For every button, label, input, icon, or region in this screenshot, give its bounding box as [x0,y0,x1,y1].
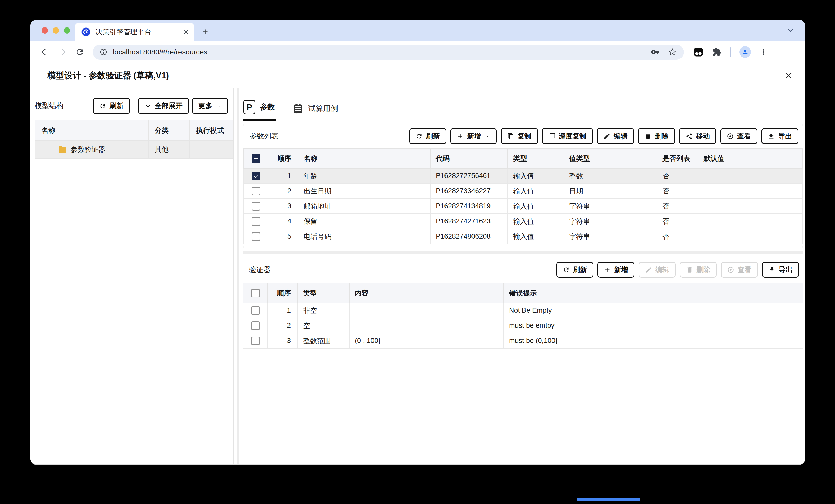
cell-name: 邮箱地址 [298,198,430,214]
delete-icon [686,266,693,273]
export-button[interactable]: 导出 [762,262,799,278]
cell-value-type: 字符串 [564,198,657,214]
view-icon [727,266,734,273]
tree-row[interactable]: 参数验证器其他 [35,141,233,159]
tab-test-cases[interactable]: 试算用例 [292,103,340,121]
cell-name: 电话号码 [298,229,430,244]
validators-select-all-checkbox[interactable] [251,289,260,297]
cell-name: 年龄 [298,168,430,184]
tree-node[interactable]: 参数验证器 [41,145,148,154]
cell-order: 3 [268,333,298,348]
button-label: 删除 [696,265,710,274]
refresh-button[interactable]: 刷新 [556,262,593,278]
column-header-mode: 执行模式 [190,120,233,141]
parameters-select-all-checkbox[interactable] [252,154,260,163]
site-info-icon[interactable] [100,48,107,56]
extension-app-icon[interactable] [693,47,704,57]
window-zoom-button[interactable] [64,27,70,34]
parameters-toolbar: 刷新新增复制深度复制编辑删除移动查看导出 [409,128,798,144]
cell-value-type: 整数 [564,168,657,184]
validator-row[interactable]: 2空must be emtpy [243,318,803,333]
cell-order: 2 [268,318,298,333]
address-bar[interactable]: localhost:8080/#/re/resources [93,45,684,60]
deep-copy-button[interactable]: 深度复制 [542,128,593,144]
parameter-row[interactable]: 4保留P1628274271623输入值字符串否 [244,214,802,229]
chevron-down-icon [144,103,151,109]
cell-type: 输入值 [508,198,564,214]
row-checkbox[interactable] [252,232,260,241]
browser-tab[interactable]: 决策引擎管理平台 [75,23,195,41]
model-structure-header: 模型结构 刷新 全部展开 [35,97,233,114]
button-label: 新增 [467,131,481,141]
cell-default [698,214,802,229]
page-header: 模型设计 - 参数验证器 (草稿,V1) [30,63,805,88]
cell-is-list: 否 [657,229,698,244]
parameters-section-title: 参数列表 [250,131,409,141]
caret-icon [485,134,490,139]
view-button[interactable]: 查看 [720,128,757,144]
edit-button: 编辑 [638,262,676,278]
view-icon [727,133,734,140]
add-button[interactable]: 新增 [450,128,497,144]
section-splitter[interactable] [243,251,803,254]
column-header: 是否列表 [657,148,698,168]
cell-code: P1628274806208 [430,229,508,244]
new-tab-button[interactable] [201,28,209,36]
refresh-button[interactable]: 刷新 [409,128,446,144]
validator-row[interactable]: 3整数范围(0 , 100]must be (0,100] [243,333,803,348]
extensions-puzzle-icon[interactable] [712,47,721,57]
more-button[interactable]: 更多 [192,98,228,114]
add-button[interactable]: 新增 [597,262,634,278]
plus-icon [457,133,464,140]
panel-splitter[interactable] [237,88,239,464]
forward-button[interactable] [58,47,67,57]
cell-is-list: 否 [657,198,698,214]
validator-row[interactable]: 1非空Not Be Empty [243,303,803,318]
row-checkbox[interactable] [252,217,260,226]
cell-code: P1628272756461 [430,168,508,184]
profile-avatar[interactable] [739,46,751,58]
window-close-button[interactable] [42,27,48,34]
row-checkbox[interactable] [252,187,260,195]
column-header-name: 名称 [35,120,148,141]
copy-button[interactable]: 复制 [501,128,538,144]
toolbar-right-cluster [693,46,768,58]
button-label: 复制 [517,131,531,141]
cell-content [349,318,504,333]
cell-code: P1628273346227 [430,184,508,198]
row-checkbox[interactable] [251,306,260,315]
bookmark-star-icon[interactable] [668,47,677,57]
parameter-row[interactable]: 5电话号码P1628274806208输入值字符串否 [244,229,802,244]
password-key-icon[interactable] [651,48,659,56]
cell-mode [190,141,233,159]
window-minimize-button[interactable] [53,27,59,34]
row-checkbox[interactable] [251,337,260,345]
tab-label: 试算用例 [308,104,338,114]
tab-overflow-button[interactable] [787,27,794,34]
tree-refresh-button[interactable]: 刷新 [93,98,130,114]
delete-button[interactable]: 删除 [638,128,675,144]
page-close-button[interactable] [784,71,793,80]
move-button[interactable]: 移动 [679,128,716,144]
button-label: 深度复制 [558,131,586,141]
column-header: 代码 [430,148,508,168]
edit-button[interactable]: 编辑 [597,128,634,144]
tab-close-icon[interactable] [182,28,189,36]
export-button[interactable]: 导出 [761,128,798,144]
row-checkbox[interactable] [251,321,260,330]
row-checkbox[interactable] [252,202,260,211]
tab-parameters[interactable]: P 参数 [243,100,277,121]
parameter-row[interactable]: 1年龄P1628272756461输入值整数否 [244,168,802,184]
cell-default [698,184,802,198]
cell-is-list: 否 [657,168,698,184]
row-checkbox[interactable] [252,172,260,180]
cell-name: 保留 [298,214,430,229]
browser-menu-button[interactable] [759,48,768,56]
expand-all-button[interactable]: 全部展开 [138,98,189,114]
back-button[interactable] [40,47,49,57]
refresh-icon [563,266,570,273]
edit-icon [603,133,610,140]
parameter-row[interactable]: 2出生日期P1628273346227输入值日期否 [244,184,802,198]
parameter-row[interactable]: 3邮箱地址P1628274134819输入值字符串否 [244,198,802,214]
reload-button[interactable] [75,47,85,57]
